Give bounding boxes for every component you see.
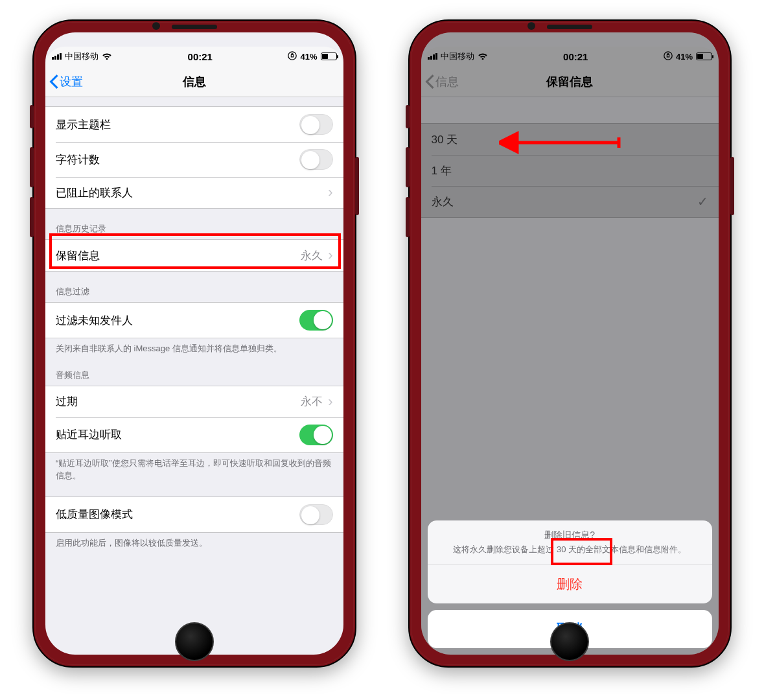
row-label: 显示主题栏 bbox=[56, 117, 111, 132]
action-sheet-backdrop[interactable]: 删除旧信息? 这将永久删除您设备上超过 30 天的全部文本信息和信息附件。 删除… bbox=[421, 32, 719, 655]
toggle-raise-listen[interactable] bbox=[299, 425, 333, 445]
clock: 00:21 bbox=[188, 51, 213, 62]
row-keep-messages[interactable]: 保留信息 永久 › bbox=[45, 240, 343, 271]
wifi-icon bbox=[102, 52, 112, 61]
sheet-description: 这将永久删除您设备上超过 30 天的全部文本信息和信息附件。 bbox=[439, 544, 701, 555]
section-header-audio: 音频信息 bbox=[45, 355, 343, 386]
toggle-char-count[interactable] bbox=[299, 149, 333, 170]
row-char-count[interactable]: 字符计数 bbox=[45, 142, 343, 177]
row-label: 字符计数 bbox=[56, 152, 100, 167]
row-blocked-contacts[interactable]: 已阻止的联系人 › bbox=[45, 177, 343, 208]
status-bar: 中国移动 00:21 41% bbox=[45, 47, 343, 66]
home-button[interactable] bbox=[550, 622, 589, 661]
nav-bar: 设置 信息 bbox=[45, 66, 343, 97]
row-label: 保留信息 bbox=[56, 248, 100, 263]
section-header-history: 信息历史记录 bbox=[45, 209, 343, 239]
row-label: 过滤未知发件人 bbox=[56, 313, 133, 328]
toggle-filter-unknown[interactable] bbox=[299, 310, 333, 331]
row-value: 永不 bbox=[301, 394, 323, 409]
home-button[interactable] bbox=[175, 622, 214, 661]
row-label: 低质量图像模式 bbox=[56, 507, 133, 522]
chevron-right-icon: › bbox=[328, 395, 332, 409]
row-value: 永久 bbox=[301, 248, 323, 263]
delete-button[interactable]: 删除 bbox=[428, 565, 713, 603]
phone-keep-messages: 中国移动 00:21 41% 信息 bbox=[408, 19, 732, 668]
delete-label: 删除 bbox=[557, 577, 583, 591]
svg-point-0 bbox=[288, 51, 296, 59]
orientation-lock-icon bbox=[288, 51, 297, 62]
row-label: 过期 bbox=[56, 394, 78, 409]
back-label: 设置 bbox=[60, 74, 83, 89]
section-footer-raise: “贴近耳边听取”使您只需将电话举至耳边，即可快速听取和回复收到的音频信息。 bbox=[45, 453, 343, 482]
toggle-show-subject[interactable] bbox=[299, 114, 333, 135]
chevron-right-icon: › bbox=[328, 185, 332, 200]
back-button[interactable]: 设置 bbox=[49, 66, 83, 97]
row-filter-unknown[interactable]: 过滤未知发件人 bbox=[45, 303, 343, 338]
signal-icon bbox=[52, 53, 62, 60]
chevron-right-icon: › bbox=[328, 248, 332, 262]
row-raise-listen[interactable]: 贴近耳边听取 bbox=[45, 417, 343, 452]
battery-percent: 41% bbox=[300, 52, 317, 62]
carrier-label: 中国移动 bbox=[65, 51, 98, 62]
page-title: 信息 bbox=[183, 74, 206, 89]
phone-messages-settings: 中国移动 00:21 41% 设置 bbox=[32, 19, 356, 668]
row-label: 贴近耳边听取 bbox=[56, 427, 122, 442]
row-low-quality[interactable]: 低质量图像模式 bbox=[45, 497, 343, 532]
row-label: 已阻止的联系人 bbox=[56, 185, 133, 200]
row-show-subject[interactable]: 显示主题栏 bbox=[45, 107, 343, 142]
row-expire[interactable]: 过期 永不 › bbox=[45, 386, 343, 417]
sheet-title: 删除旧信息? bbox=[439, 530, 701, 541]
section-footer-filter: 关闭来自非联系人的 iMessage 信息通知并将信息单独归类。 bbox=[45, 338, 343, 355]
battery-icon bbox=[321, 52, 337, 60]
section-footer-lowq: 启用此功能后，图像将以较低质量发送。 bbox=[45, 533, 343, 563]
section-header-filter: 信息过滤 bbox=[45, 272, 343, 302]
toggle-low-quality[interactable] bbox=[299, 504, 333, 525]
